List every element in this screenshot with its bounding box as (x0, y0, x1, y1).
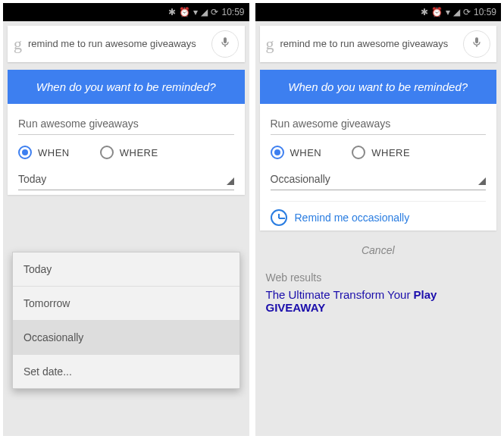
wifi-icon: ▾ (446, 7, 450, 17)
radio-where-label: WHERE (371, 147, 410, 158)
phone-right: ✱ ⏰ ▾ ◢ ⟳ 10:59 g remind me to run aweso… (255, 3, 502, 436)
when-where-group: WHEN WHERE (18, 146, 234, 159)
date-spinner[interactable]: Occasionally (271, 165, 487, 190)
signal-icon: ◢ (201, 7, 208, 17)
remind-action-label: Remind me occasionally (295, 212, 410, 224)
mic-button[interactable] (211, 30, 239, 58)
dropdown-item-tomorrow[interactable]: Tomorrow (13, 287, 239, 321)
search-result-link[interactable]: The Ultimate Transform Your Play GIVEAWA… (255, 284, 502, 314)
dropdown-item-occasionally[interactable]: Occasionally (13, 321, 239, 355)
result-part-b: Play (414, 288, 437, 301)
radio-where-label: WHERE (120, 147, 158, 158)
wifi-icon: ▾ (193, 7, 198, 17)
cancel-button[interactable]: Cancel (255, 230, 502, 264)
mic-button[interactable] (463, 30, 490, 58)
clock-text: 10:59 (474, 7, 496, 17)
sync-icon: ⟳ (463, 7, 471, 17)
date-dropdown: Today Tomorrow Occasionally Set date... (12, 252, 240, 389)
search-bar[interactable]: g remind me to run awesome giveaways (260, 26, 497, 62)
radio-when-label: WHEN (38, 147, 70, 158)
spinner-handle-icon (478, 177, 486, 185)
result-part-c: GIVEAWAY (266, 301, 326, 314)
radio-where[interactable]: WHERE (100, 146, 158, 159)
clock-text: 10:59 (221, 7, 244, 17)
reminder-text-input[interactable]: Run awesome giveaways (271, 114, 487, 135)
radio-unselected-icon (100, 146, 114, 159)
mic-icon (471, 36, 483, 52)
web-results-header: Web results (255, 264, 502, 284)
date-spinner[interactable]: Today (18, 165, 234, 190)
dropdown-item-today[interactable]: Today (13, 252, 239, 287)
reminder-card: Run awesome giveaways WHEN WHERE Occasio… (260, 104, 497, 230)
spinner-value: Occasionally (271, 173, 330, 185)
radio-when[interactable]: WHEN (271, 146, 322, 159)
clock-icon (271, 209, 287, 226)
search-bar[interactable]: g remind me to run awesome giveaways (8, 26, 245, 62)
status-bar: ✱ ⏰ ▾ ◢ ⟳ 10:59 (3, 3, 249, 21)
spinner-handle-icon (227, 177, 234, 185)
result-part-a: The Ultimate Transform Your (266, 288, 414, 301)
reminder-text-input[interactable]: Run awesome giveaways (18, 114, 234, 135)
radio-selected-icon (18, 146, 32, 159)
spinner-value: Today (18, 173, 46, 185)
radio-selected-icon (271, 146, 284, 159)
radio-when[interactable]: WHEN (18, 146, 70, 159)
signal-icon: ◢ (453, 7, 460, 17)
remind-action-button[interactable]: Remind me occasionally (271, 201, 487, 226)
google-g-icon: g (266, 34, 274, 54)
radio-when-label: WHEN (290, 147, 322, 158)
radio-unselected-icon (352, 146, 365, 159)
prompt-banner: When do you want to be reminded? (260, 70, 497, 104)
prompt-banner: When do you want to be reminded? (8, 70, 245, 104)
mic-icon (219, 36, 231, 52)
sync-icon: ⟳ (211, 7, 218, 17)
alarm-icon: ⏰ (431, 7, 443, 17)
bluetooth-icon: ✱ (421, 7, 428, 17)
alarm-icon: ⏰ (179, 7, 190, 17)
status-bar: ✱ ⏰ ▾ ◢ ⟳ 10:59 (255, 3, 502, 21)
dropdown-item-set-date[interactable]: Set date... (13, 355, 239, 388)
reminder-card: Run awesome giveaways WHEN WHERE Today (8, 104, 245, 195)
search-query-text: remind me to run awesome giveaways (280, 38, 464, 50)
search-query-text: remind me to run awesome giveaways (28, 38, 211, 50)
google-g-icon: g (14, 34, 22, 54)
bluetooth-icon: ✱ (168, 7, 176, 17)
radio-where[interactable]: WHERE (352, 146, 410, 159)
phone-left: ✱ ⏰ ▾ ◢ ⟳ 10:59 g remind me to run aweso… (3, 3, 249, 436)
when-where-group: WHEN WHERE (271, 146, 487, 159)
